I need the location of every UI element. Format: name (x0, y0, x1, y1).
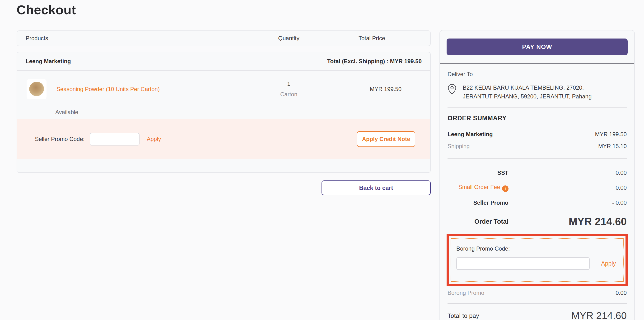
seller-promo-section: Seller Promo Code: Apply Apply Credit No… (17, 119, 430, 159)
total-to-pay-row: Total to pay MYR 214.60 (448, 310, 627, 320)
divider (448, 303, 627, 304)
delivery-address-row: B22 KEDAI BARU KUALA TEMBELING, 27020, J… (448, 83, 627, 101)
seller-card-footer (17, 159, 430, 172)
summary-seller-promo-row: Seller Promo - 0.00 (448, 200, 627, 206)
borong-promo-apply-link[interactable]: Apply (601, 260, 616, 267)
seller-promo-label: Seller Promo Code: (35, 136, 84, 142)
page-title: Checkout (16, 2, 76, 17)
seller-subtotal: Total (Excl. Shipping) : MYR 199.50 (327, 58, 422, 65)
seller-promo-apply-link[interactable]: Apply (147, 136, 161, 142)
borong-promo-label: Borong Promo Code: (456, 245, 618, 252)
seller-name: Leeng Marketing (26, 58, 71, 65)
column-header-total-price: Total Price (322, 35, 422, 42)
order-total-value: MYR 214.60 (508, 216, 627, 228)
deliver-to-label: Deliver To (448, 71, 627, 78)
total-to-pay-value: MYR 214.60 (572, 310, 627, 320)
product-image (26, 79, 46, 99)
product-row: Seasoning Powder (10 Units Per Carton) 1… (17, 71, 430, 119)
checkout-page: Checkout Products Quantity Total Price L… (0, 0, 644, 320)
summary-small-order-fee-row: Small Order Feei 0.00 (448, 184, 627, 192)
location-pin-icon (448, 84, 456, 96)
seller-order-card: Leeng Marketing Total (Excl. Shipping) :… (16, 52, 431, 173)
address-line-1: B22 KEDAI BARU KUALA TEMBELING, 27020, (463, 83, 592, 92)
column-header-products: Products (26, 35, 256, 42)
back-to-cart-button[interactable]: Back to cart (322, 181, 431, 195)
borong-promo-section: Borong Promo Code: Apply (450, 238, 624, 282)
products-table-header: Products Quantity Total Price (16, 31, 431, 46)
order-summary-title: ORDER SUMMARY (448, 115, 627, 122)
borong-promo-input[interactable] (456, 257, 590, 270)
divider (448, 107, 627, 108)
summary-seller-row: Leeng Marketing MYR 199.50 (448, 131, 627, 138)
borong-promo-row: Borong Promo 0.00 (448, 289, 627, 296)
order-summary-panel: PAY NOW Deliver To B22 KEDAI BARU KUALA … (440, 30, 635, 320)
product-name-link[interactable]: Seasoning Powder (10 Units Per Carton) (56, 86, 160, 92)
products-column: Products Quantity Total Price Leeng Mark… (16, 31, 431, 195)
seller-promo-input[interactable] (90, 133, 140, 145)
item-total-price: MYR 199.50 (322, 86, 422, 92)
divider (440, 64, 634, 64)
small-order-fee-label: Small Order Fee (458, 184, 500, 190)
order-total-row: Order Total MYR 214.60 (448, 216, 627, 228)
seller-card-header: Leeng Marketing Total (Excl. Shipping) :… (17, 52, 430, 71)
quantity-cell: 1 Carton (256, 81, 322, 98)
summary-shipping-row: Shipping MYR 15.10 (448, 143, 627, 149)
delivery-address: B22 KEDAI BARU KUALA TEMBELING, 27020, J… (463, 83, 592, 101)
divider (448, 158, 627, 158)
quantity-unit: Carton (256, 91, 322, 98)
summary-sst-row: SST 0.00 (448, 170, 627, 176)
quantity-value: 1 (256, 81, 322, 87)
column-header-quantity: Quantity (256, 35, 322, 42)
borong-promo-highlight-box: Borong Promo Code: Apply (446, 234, 628, 286)
info-icon[interactable]: i (502, 186, 508, 192)
availability-status: Available (55, 109, 430, 115)
address-line-2: JERANTUT PAHANG, 59200, JERANTUT, Pahang (463, 92, 592, 101)
apply-credit-note-button[interactable]: Apply Credit Note (357, 131, 415, 147)
seasoning-powder-image (29, 82, 44, 96)
pay-now-button[interactable]: PAY NOW (446, 39, 628, 55)
